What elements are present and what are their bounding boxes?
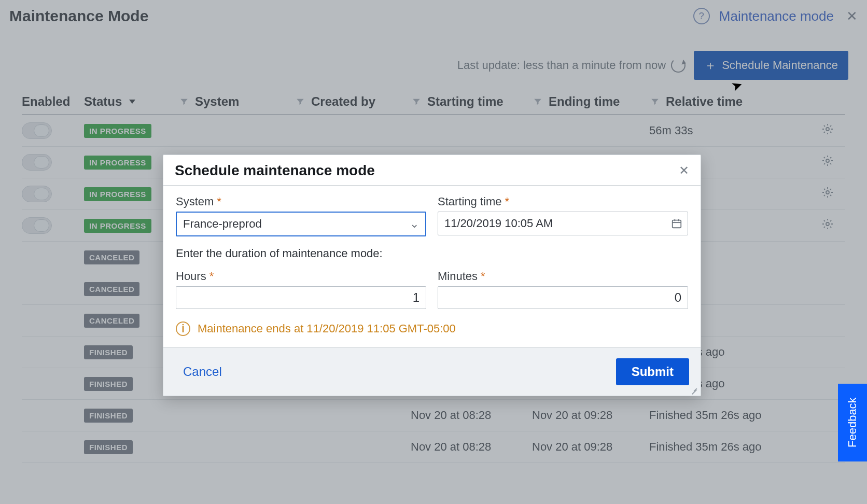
calendar-icon[interactable] (671, 218, 682, 229)
modal-title: Schedule maintenance mode (175, 162, 375, 179)
info-icon: i (176, 321, 190, 336)
hours-input[interactable]: 1 (176, 286, 426, 309)
feedback-tab[interactable]: Feedback (838, 384, 867, 461)
duration-label: Enter the duration of maintenance mode: (176, 247, 688, 260)
chevron-down-icon: ⌄ (410, 217, 419, 231)
svg-rect-4 (673, 220, 681, 228)
end-time-info: i Maintenance ends at 11/20/2019 11:05 G… (176, 321, 688, 336)
close-icon[interactable]: ✕ (679, 163, 689, 178)
label-system: System* (176, 195, 426, 208)
schedule-modal: Schedule maintenance mode ✕ System* Fran… (163, 155, 701, 396)
system-select[interactable]: France-preprod ⌄ (176, 212, 426, 236)
resize-handle-icon[interactable] (690, 385, 698, 394)
label-minutes: Minutes* (438, 270, 688, 283)
minutes-input[interactable]: 0 (438, 286, 688, 309)
label-starting-time: Starting time* (438, 195, 688, 208)
cancel-button[interactable]: Cancel (175, 359, 230, 384)
starting-time-input[interactable] (438, 212, 688, 235)
starting-time-field[interactable] (443, 216, 671, 231)
label-hours: Hours* (176, 270, 426, 283)
submit-button[interactable]: Submit (616, 358, 689, 385)
